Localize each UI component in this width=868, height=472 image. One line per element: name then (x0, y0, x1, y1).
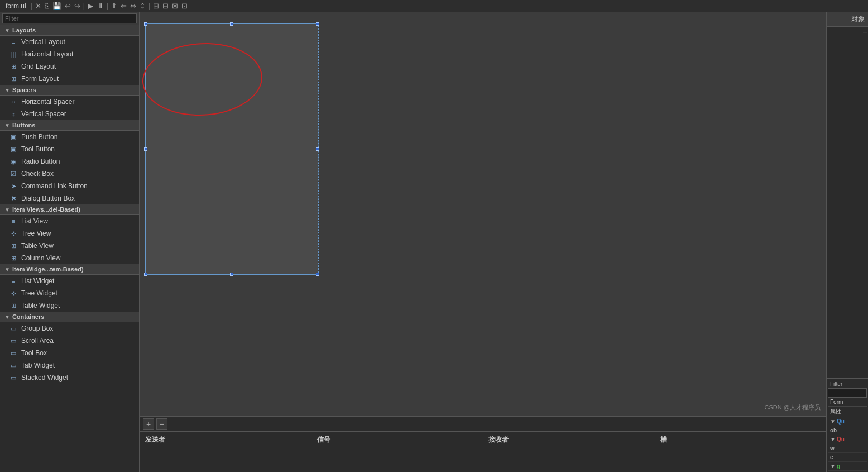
category-layouts[interactable]: ▼ Layouts (0, 25, 139, 36)
form-widget[interactable] (145, 23, 318, 275)
align-left-icon[interactable]: ⇐ (119, 2, 128, 10)
item-tab-widget[interactable]: ▭ Tab Widget (0, 359, 139, 371)
item-horizontal-spacer[interactable]: ↔ Horizontal Spacer (0, 96, 139, 108)
item-tree-widget[interactable]: ⊹ Tree Widget (0, 287, 139, 299)
watermark-label: CSDN @人才程序员 (765, 403, 821, 412)
containers-label: Containers (12, 313, 44, 320)
item-list-view[interactable]: ≡ List View (0, 215, 139, 227)
item-tool-button[interactable]: ▣ Tool Button (0, 143, 139, 155)
category-buttons[interactable]: ▼ Buttons (0, 120, 139, 131)
properties-label: 属性 (828, 407, 867, 417)
table-view-label: Table View (21, 242, 54, 250)
handle-top-center[interactable] (230, 22, 233, 26)
toolbar-sep-4: | (148, 2, 150, 10)
right-filter-input[interactable] (828, 388, 867, 398)
filter-input[interactable] (2, 13, 137, 23)
item-vertical-layout[interactable]: ≡ Vertical Layout (0, 36, 139, 48)
remove-connection-button[interactable]: − (156, 418, 167, 430)
horizontal-layout-icon: ||| (9, 50, 18, 59)
item-check-box[interactable]: ☑ Check Box (0, 168, 139, 180)
redo-icon[interactable]: ↪ (73, 2, 82, 10)
handle-bottom-center[interactable] (230, 273, 233, 276)
handle-top-left[interactable] (144, 22, 147, 26)
item-dialog-button-box[interactable]: ✖ Dialog Button Box (0, 192, 139, 204)
handle-middle-left[interactable] (144, 147, 147, 151)
item-push-button[interactable]: ▣ Push Button (0, 131, 139, 143)
run-icon[interactable]: ▶ (86, 2, 95, 10)
item-widgets-arrow: ▼ (4, 266, 10, 273)
category-spacers[interactable]: ▼ Spacers (0, 85, 139, 96)
push-button-icon: ▣ (9, 132, 18, 141)
dialog-button-box-label: Dialog Button Box (21, 194, 75, 202)
item-command-link-button[interactable]: ➤ Command Link Button (0, 180, 139, 192)
check-box-icon: ☑ (9, 169, 18, 178)
filename-label: form.ui (2, 2, 30, 10)
copy-icon[interactable]: ⎘ (43, 2, 51, 10)
right-panel-content: ─ Filter Form 属性 ▼ Qu ob ▼ Qu (827, 27, 868, 472)
canvas-area[interactable]: CSDN @人才程序员 (140, 12, 826, 416)
tool-button-label: Tool Button (21, 145, 55, 153)
property-key-1: Qu (837, 418, 865, 425)
property-row-6: ▼ g (828, 462, 867, 471)
item-table-view[interactable]: ⊞ Table View (0, 240, 139, 252)
tree-view-icon: ⊹ (9, 229, 18, 238)
handle-bottom-left[interactable] (144, 273, 147, 276)
layout-icon[interactable]: ⊟ (161, 2, 170, 10)
handle-middle-right[interactable] (316, 147, 319, 151)
tree-widget-label: Tree Widget (21, 289, 57, 297)
main-toolbar: form.ui | ✕ ⎘ 💾 ↩ ↪ | ▶ ⏸ | ⇑ ⇐ ⇔ ⇕ | ⊞ … (0, 0, 868, 12)
center-area: CSDN @人才程序员 + − 发送者 信号 接收者 槽 (140, 12, 826, 472)
list-view-icon: ≡ (9, 217, 18, 226)
align-top-icon[interactable]: ⇑ (109, 2, 119, 10)
item-stacked-widget[interactable]: ▭ Stacked Widget (0, 371, 139, 384)
item-table-widget[interactable]: ⊞ Table Widget (0, 299, 139, 312)
item-tree-view[interactable]: ⊹ Tree View (0, 227, 139, 240)
item-grid-layout[interactable]: ⊞ Grid Layout (0, 60, 139, 73)
widget-box-panel: ▼ Layouts ≡ Vertical Layout ||| Horizont… (0, 12, 140, 472)
item-form-layout[interactable]: ⊞ Form Layout (0, 73, 139, 85)
grid-icon[interactable]: ⊞ (151, 2, 161, 10)
property-key-5: e (830, 454, 865, 460)
undo-icon[interactable]: ↩ (63, 2, 73, 10)
grid-layout-icon: ⊞ (9, 62, 18, 71)
add-connection-button[interactable]: + (143, 418, 154, 430)
item-column-view[interactable]: ⊞ Column View (0, 252, 139, 264)
align-center-v-icon[interactable]: ⇕ (138, 2, 147, 10)
property-row-3: ▼ Qu (828, 435, 867, 444)
grid-layout-label: Grid Layout (21, 63, 56, 70)
signal-slot-bar: + − 发送者 信号 接收者 槽 (140, 416, 826, 472)
item-group-box[interactable]: ▭ Group Box (0, 322, 139, 335)
table-widget-label: Table Widget (21, 302, 60, 309)
item-vertical-spacer[interactable]: ↕ Vertical Spacer (0, 108, 139, 120)
close-icon[interactable]: ✕ (33, 2, 43, 10)
sender-column: 发送者 (140, 434, 311, 446)
item-tool-box[interactable]: ▭ Tool Box (0, 347, 139, 359)
radio-button-label: Radio Button (21, 158, 60, 165)
layouts-arrow: ▼ (4, 27, 10, 34)
category-item-widgets[interactable]: ▼ Item Widge...tem-Based) (0, 264, 139, 275)
stacked-widget-icon: ▭ (9, 373, 18, 382)
containers-arrow: ▼ (4, 314, 10, 320)
align-center-h-icon[interactable]: ⇔ (128, 2, 138, 10)
category-containers[interactable]: ▼ Containers (0, 312, 139, 322)
save-icon[interactable]: 💾 (51, 2, 63, 10)
remove-layout-icon[interactable]: ⊠ (170, 2, 180, 10)
handle-top-right[interactable] (316, 22, 319, 26)
item-views-label: Item Views...del-Based) (12, 206, 80, 213)
preview-icon[interactable]: ⊡ (180, 2, 189, 10)
item-radio-button[interactable]: ◉ Radio Button (0, 155, 139, 168)
expand-arrow-6: ▼ (830, 463, 836, 469)
form-label: Form (828, 398, 867, 407)
pause-icon[interactable]: ⏸ (95, 2, 105, 10)
dialog-button-box-icon: ✖ (9, 194, 18, 203)
category-item-views[interactable]: ▼ Item Views...del-Based) (0, 204, 139, 215)
stacked-widget-label: Stacked Widget (21, 374, 68, 382)
item-scroll-area[interactable]: ▭ Scroll Area (0, 335, 139, 347)
item-list-widget[interactable]: ≡ List Widget (0, 275, 139, 287)
item-horizontal-layout[interactable]: ||| Horizontal Layout (0, 48, 139, 60)
form-layout-label: Form Layout (21, 75, 59, 83)
list-view-label: List View (21, 217, 48, 225)
scroll-area-label: Scroll Area (21, 337, 54, 345)
handle-bottom-right[interactable] (316, 273, 319, 276)
slot-column: 槽 (655, 434, 827, 446)
